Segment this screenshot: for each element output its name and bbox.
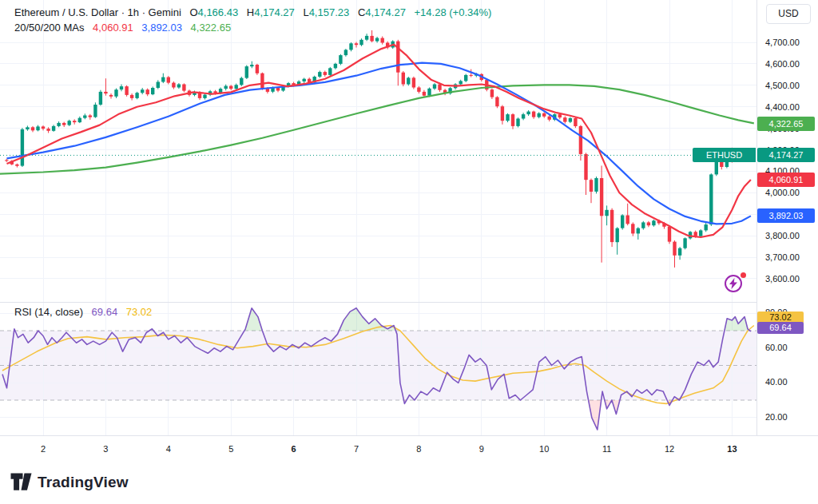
ohlc-low-key: L bbox=[303, 6, 308, 18]
price-tick-label: 4,500.00 bbox=[765, 81, 800, 90]
footer: TradingView bbox=[0, 461, 818, 504]
time-tick-label: 6 bbox=[292, 436, 296, 462]
symbol-legend[interactable]: Ethereum / U.S. Dollar · 1h · Gemini O4,… bbox=[14, 6, 491, 18]
tradingview-logo-text: TradingView bbox=[38, 474, 129, 491]
price-axis-label: 4,060.91 bbox=[757, 173, 815, 187]
rsi-legend[interactable]: RSI (14, close) 69.64 73.02 bbox=[14, 306, 152, 318]
rsi-axis-label: 69.64 bbox=[757, 322, 804, 334]
ma-legend[interactable]: 20/50/200 MAs 4,060.91 3,892.03 4,322.65 bbox=[14, 22, 231, 34]
price-axis-label: 4,174.27 bbox=[757, 148, 815, 162]
price-axis-label: 4,322.65 bbox=[757, 117, 815, 131]
ma-50-line bbox=[7, 63, 751, 224]
price-pane[interactable] bbox=[0, 0, 756, 302]
time-tick-label: 3 bbox=[103, 436, 108, 462]
ohlc-low-value: 4,157.23 bbox=[309, 6, 350, 18]
time-tick-label: 9 bbox=[479, 436, 484, 462]
price-tick-label: 3,600.00 bbox=[765, 274, 800, 284]
ohlc-open-value: 4,166.43 bbox=[198, 6, 239, 18]
time-tick-label: 12 bbox=[665, 436, 674, 462]
rsi-tick-label: 20.00 bbox=[765, 412, 788, 422]
rsi-tick-label: 60.00 bbox=[765, 343, 788, 352]
candlestick-series bbox=[5, 30, 739, 268]
ma-20-line bbox=[7, 45, 751, 237]
rsi-legend-label: RSI (14, close) bbox=[14, 306, 83, 318]
currency-button[interactable]: USD bbox=[766, 4, 811, 24]
time-tick-label: 5 bbox=[228, 436, 233, 462]
ohlc-close-key: C bbox=[358, 6, 365, 18]
time-tick-label: 10 bbox=[539, 436, 549, 462]
price-change: +14.28 (+0.34%) bbox=[415, 6, 492, 18]
boost-ring bbox=[725, 275, 742, 292]
ohlc-high-value: 4,174.27 bbox=[254, 6, 295, 18]
lightning-icon bbox=[729, 278, 738, 289]
boost-button[interactable] bbox=[723, 272, 747, 296]
ma20-value: 4,060.91 bbox=[93, 22, 133, 34]
ohlc-open-key: O bbox=[189, 6, 197, 18]
rsi-current-value: 69.64 bbox=[92, 306, 118, 318]
time-tick-label: 7 bbox=[354, 436, 359, 462]
ma50-value: 3,892.03 bbox=[141, 22, 182, 34]
main-grid bbox=[0, 0, 756, 302]
price-axis-label: 3,892.03 bbox=[757, 208, 815, 223]
price-tick-label: 4,700.00 bbox=[765, 38, 800, 47]
time-tick-label: 11 bbox=[602, 436, 611, 462]
price-tick-label: 4,400.00 bbox=[765, 102, 800, 112]
ohlc-close-value: 4,174.27 bbox=[365, 6, 406, 18]
time-axis[interactable]: 2345678910111213 bbox=[0, 435, 818, 462]
ma200-value: 4,322.65 bbox=[191, 22, 232, 34]
price-tick-label: 3,700.00 bbox=[765, 252, 800, 262]
price-tick-label: 3,800.00 bbox=[765, 231, 800, 240]
time-tick-label: 2 bbox=[41, 436, 46, 462]
rsi-ma-value: 73.02 bbox=[126, 306, 153, 318]
notification-dot bbox=[741, 272, 746, 278]
tradingview-chart-widget: Ethereum / U.S. Dollar · 1h · Gemini O4,… bbox=[0, 0, 818, 504]
tradingview-logo[interactable]: TradingView bbox=[10, 473, 129, 491]
time-tick-label: 8 bbox=[416, 436, 421, 462]
price-tick-label: 4,600.00 bbox=[765, 59, 800, 69]
ohlc-high-key: H bbox=[247, 6, 254, 18]
ma-legend-label: 20/50/200 MAs bbox=[14, 22, 84, 34]
ma-200-line bbox=[0, 85, 754, 173]
symbol-title[interactable]: Ethereum / U.S. Dollar · 1h · Gemini bbox=[14, 6, 181, 18]
rsi-tick-label: 40.00 bbox=[765, 377, 788, 387]
symbol-price-tag: ETHUSD bbox=[693, 148, 756, 162]
tradingview-logo-icon bbox=[10, 473, 32, 491]
price-tick-label: 4,000.00 bbox=[765, 188, 800, 197]
time-tick-label: 4 bbox=[166, 436, 171, 462]
rsi-pane[interactable] bbox=[0, 302, 756, 436]
time-tick-label: 13 bbox=[727, 436, 737, 462]
